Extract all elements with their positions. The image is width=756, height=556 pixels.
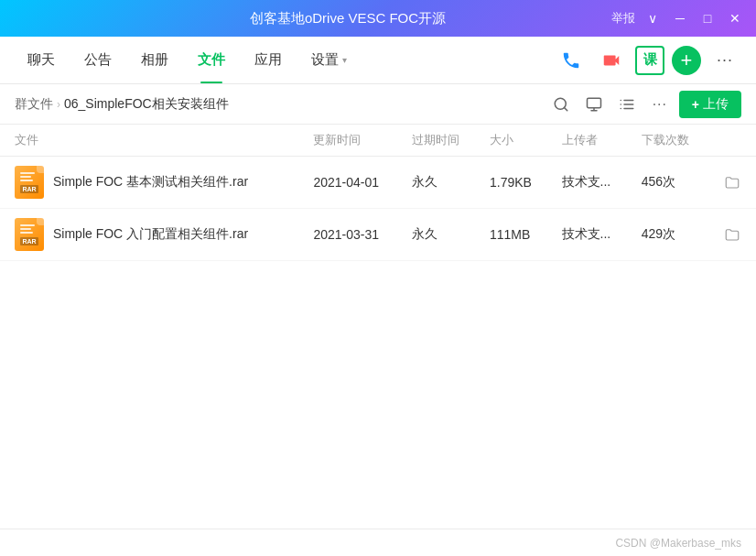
search-btn[interactable] [547,91,575,118]
file-downloads-1: 429次 [631,209,708,261]
lesson-btn[interactable]: 课 [635,46,664,75]
main-content: 文件 更新时间 过期时间 大小 上传者 下载次数 [0,125,756,529]
phone-icon [561,50,581,71]
add-btn[interactable]: + [672,46,701,75]
window-title: 创客基地oDrive VESC FOC开源 [84,10,611,27]
breadcrumb: 群文件 › 06_SimpleFOC相关安装组件 [15,96,229,113]
voice-call-btn[interactable] [555,44,588,77]
file-size-0: 1.79KB [479,157,550,209]
col-header-uploader: 上传者 [551,125,631,157]
upload-button[interactable]: + 上传 [679,91,741,118]
file-expire-time-0: 永久 [401,157,479,209]
nav-bar: 聊天 公告 相册 文件 应用 设置 ▾ [0,37,756,84]
col-header-size: 大小 [479,125,550,157]
file-uploader-1: 技术支... [551,209,631,261]
col-header-action [708,125,756,157]
table-header-row: 文件 更新时间 过期时间 大小 上传者 下载次数 [0,125,756,157]
file-name-cell-1: RAR Simple FOC 入门配置相关组件.rar [0,209,302,261]
footer-text: CSDN @Makerbase_mks [615,537,741,550]
file-icon-1: RAR [15,218,44,251]
footer: CSDN @Makerbase_mks [0,529,756,556]
file-uploader-0: 技术支... [551,157,631,209]
more-options-btn[interactable]: ··· [646,91,674,118]
title-controls: 举报 ∨ ─ □ ✕ [611,8,745,28]
file-expire-time-1: 永久 [401,209,479,261]
list-icon [619,96,635,113]
file-name-cell-0: RAR Simple FOC 基本测试相关组件.rar [0,157,302,209]
file-area: 文件 更新时间 过期时间 大小 上传者 下载次数 [0,125,756,529]
breadcrumb-separator: › [57,98,60,111]
file-update-time-0: 2021-04-01 [302,157,400,209]
nav-item-chat[interactable]: 聊天 [15,37,68,83]
maximize-btn[interactable]: □ [697,8,718,28]
nav-item-files[interactable]: 文件 [185,37,238,83]
file-action-btn-0[interactable] [719,169,745,195]
table-row[interactable]: RAR Simple FOC 入门配置相关组件.rar 2021-03-31 永… [0,209,756,261]
file-name-1: Simple FOC 入门配置相关组件.rar [53,226,248,243]
folder-icon [724,174,740,191]
nav-item-notice[interactable]: 公告 [71,37,124,83]
file-size-1: 111MB [479,209,550,261]
report-label[interactable]: 举报 [611,10,635,27]
file-action-0 [708,157,756,209]
file-downloads-0: 456次 [631,157,708,209]
video-call-btn[interactable] [595,44,628,77]
upload-label: 上传 [703,96,729,113]
close-btn[interactable]: ✕ [725,8,745,28]
nav-actions: 课 + ··· [555,44,741,77]
nav-item-album[interactable]: 相册 [128,37,181,83]
video-icon [601,50,621,71]
col-header-expire-time: 过期时间 [401,125,479,157]
col-header-downloads: 下载次数 [631,125,708,157]
breadcrumb-current: 06_SimpleFOC相关安装组件 [64,96,229,113]
search-icon [553,96,569,113]
table-row[interactable]: RAR Simple FOC 基本测试相关组件.rar 2021-04-01 永… [0,157,756,209]
svg-rect-1 [587,98,600,108]
file-table: 文件 更新时间 过期时间 大小 上传者 下载次数 [0,125,756,261]
file-action-btn-1[interactable] [719,222,745,247]
file-action-1 [708,209,756,261]
folder-icon [724,226,740,243]
file-update-time-1: 2021-03-31 [302,209,400,261]
breadcrumb-bar: 群文件 › 06_SimpleFOC相关安装组件 ··· + 上传 [0,84,756,125]
file-icon-0: RAR [15,166,44,199]
nav-item-settings[interactable]: 设置 ▾ [298,37,360,83]
minimize-btn[interactable]: ─ [670,8,690,28]
upload-icon: + [692,97,699,112]
title-bar: 创客基地oDrive VESC FOC开源 举报 ∨ ─ □ ✕ [0,0,756,37]
more-btn[interactable]: ··· [708,44,741,77]
col-header-name: 文件 [0,125,302,157]
nav-items: 聊天 公告 相册 文件 应用 设置 ▾ [15,37,360,83]
nav-item-apps[interactable]: 应用 [242,37,295,83]
col-header-update-time: 更新时间 [302,125,400,157]
list-view-btn[interactable] [613,91,641,118]
breadcrumb-actions: ··· + 上传 [547,91,741,118]
file-name-0: Simple FOC 基本测试相关组件.rar [53,174,248,191]
settings-chevron-icon: ▾ [342,55,347,65]
breadcrumb-root[interactable]: 群文件 [15,96,53,113]
monitor-btn[interactable] [580,91,608,118]
chevron-btn[interactable]: ∨ [643,8,663,28]
monitor-icon [586,96,602,113]
